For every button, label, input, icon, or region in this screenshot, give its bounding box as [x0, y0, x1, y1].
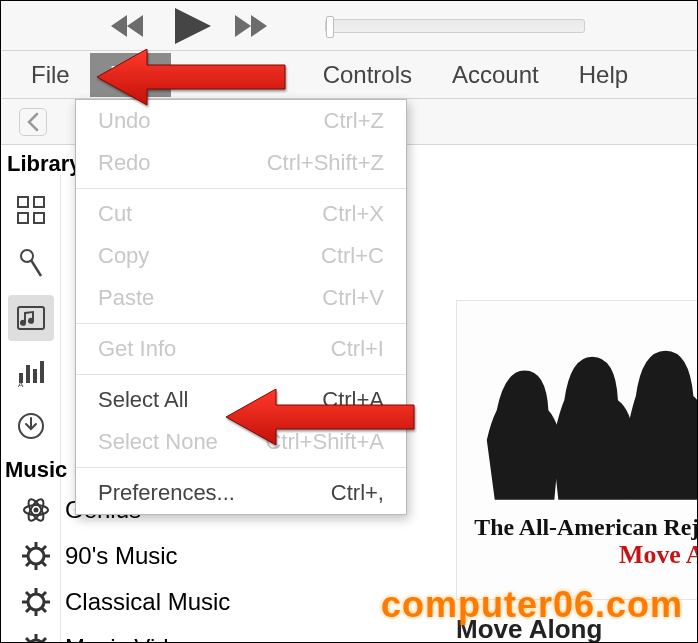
svg-rect-1 — [34, 197, 44, 207]
menu-controls[interactable]: Controls — [303, 53, 432, 97]
menuitem-redo[interactable]: RedoCtrl+Shift+Z — [76, 142, 406, 184]
gear-icon — [21, 541, 51, 571]
back-button[interactable] — [19, 108, 47, 136]
slider-knob[interactable] — [326, 16, 334, 38]
menu-account[interactable]: Account — [432, 53, 559, 97]
download-icon[interactable] — [8, 403, 54, 449]
album-cover-title: The All-American Rejects — [474, 514, 698, 540]
atom-icon — [21, 495, 51, 525]
equalizer-icon[interactable]: A — [8, 349, 54, 395]
svg-rect-10 — [40, 361, 44, 383]
menu-hidden-gap — [171, 67, 211, 83]
next-track-button[interactable] — [235, 13, 275, 39]
svg-rect-2 — [18, 213, 28, 223]
library-heading: Library — [7, 151, 82, 177]
album-cover: The All-American Rejects Move Along — [456, 300, 698, 600]
position-slider[interactable] — [325, 19, 585, 33]
svg-rect-8 — [26, 365, 30, 383]
menuitem-selectall[interactable]: Select AllCtrl+A — [76, 379, 406, 421]
menubar: File Edit View Controls Account Help — [1, 51, 697, 99]
svg-point-27 — [28, 594, 44, 610]
svg-line-35 — [42, 592, 46, 596]
playback-bar — [1, 1, 697, 51]
play-button[interactable] — [171, 6, 215, 46]
svg-line-41 — [26, 638, 30, 642]
svg-rect-0 — [18, 197, 28, 207]
svg-line-23 — [26, 546, 30, 550]
menuitem-preferences[interactable]: Preferences...Ctrl+, — [76, 472, 406, 514]
playlist-90s[interactable]: 90's Music — [3, 533, 303, 579]
gear-icon — [21, 587, 51, 617]
menuitem-undo[interactable]: UndoCtrl+Z — [76, 100, 406, 142]
playlist-classical[interactable]: Classical Music — [3, 579, 303, 625]
menu-help[interactable]: Help — [559, 53, 648, 97]
menuitem-getinfo[interactable]: Get InfoCtrl+I — [76, 328, 406, 370]
svg-text:A: A — [18, 380, 24, 387]
edit-dropdown: UndoCtrl+Z RedoCtrl+Shift+Z CutCtrl+X Co… — [75, 99, 407, 515]
svg-line-25 — [26, 562, 30, 566]
svg-line-34 — [26, 608, 30, 612]
svg-line-44 — [42, 638, 46, 642]
menuitem-cut[interactable]: CutCtrl+X — [76, 193, 406, 235]
gear-icon — [21, 633, 51, 643]
menu-edit[interactable]: Edit — [90, 53, 171, 97]
svg-line-26 — [42, 546, 46, 550]
playlist-musicvideos[interactable]: Music Videos — [3, 625, 303, 643]
svg-line-5 — [31, 260, 41, 276]
previous-track-button[interactable] — [111, 13, 151, 39]
menuitem-selectnone[interactable]: Select NoneCtrl+Shift+A — [76, 421, 406, 463]
svg-line-32 — [26, 592, 30, 596]
music-note-icon[interactable] — [8, 295, 54, 341]
menu-file[interactable]: File — [11, 53, 90, 97]
svg-point-17 — [34, 508, 39, 513]
svg-line-24 — [42, 562, 46, 566]
svg-line-33 — [42, 608, 46, 612]
menuitem-paste[interactable]: PasteCtrl+V — [76, 277, 406, 319]
svg-point-18 — [28, 548, 44, 564]
menuitem-copy[interactable]: CopyCtrl+C — [76, 235, 406, 277]
microphone-icon[interactable] — [8, 241, 54, 287]
svg-rect-9 — [33, 369, 37, 383]
svg-rect-3 — [34, 213, 44, 223]
menu-view[interactable]: View — [211, 53, 303, 97]
album-cover-subtitle: Move Along — [619, 540, 698, 569]
watermark: computer06.com — [381, 584, 683, 626]
grid-view-icon[interactable] — [8, 187, 54, 233]
